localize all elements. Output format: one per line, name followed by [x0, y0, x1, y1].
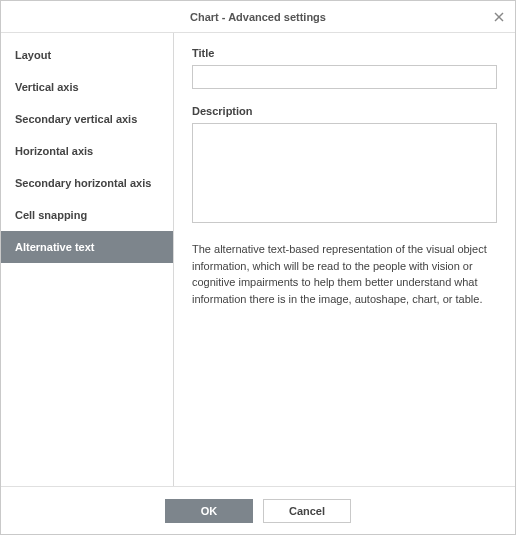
sidebar-item-label: Cell snapping: [15, 209, 87, 221]
sidebar-item-label: Horizontal axis: [15, 145, 93, 157]
close-icon[interactable]: [491, 9, 507, 25]
title-input[interactable]: [192, 65, 497, 89]
ok-button[interactable]: OK: [165, 499, 253, 523]
title-label: Title: [192, 47, 497, 59]
dialog-title: Chart - Advanced settings: [190, 11, 326, 23]
sidebar-item-cell-snapping[interactable]: Cell snapping: [1, 199, 173, 231]
sidebar-item-alternative-text[interactable]: Alternative text: [1, 231, 173, 263]
dialog-body: Layout Vertical axis Secondary vertical …: [1, 33, 515, 486]
description-label: Description: [192, 105, 497, 117]
sidebar-item-label: Vertical axis: [15, 81, 79, 93]
dialog-footer: OK Cancel: [1, 486, 515, 534]
sidebar-item-secondary-vertical-axis[interactable]: Secondary vertical axis: [1, 103, 173, 135]
sidebar-item-layout[interactable]: Layout: [1, 39, 173, 71]
sidebar: Layout Vertical axis Secondary vertical …: [1, 33, 174, 486]
sidebar-item-label: Alternative text: [15, 241, 94, 253]
sidebar-item-label: Secondary vertical axis: [15, 113, 137, 125]
content-panel: Title Description The alternative text-b…: [174, 33, 515, 486]
titlebar: Chart - Advanced settings: [1, 1, 515, 33]
sidebar-item-vertical-axis[interactable]: Vertical axis: [1, 71, 173, 103]
sidebar-item-label: Secondary horizontal axis: [15, 177, 151, 189]
advanced-settings-dialog: Chart - Advanced settings Layout Vertica…: [0, 0, 516, 535]
description-input[interactable]: [192, 123, 497, 223]
sidebar-item-horizontal-axis[interactable]: Horizontal axis: [1, 135, 173, 167]
description-field-block: Description: [192, 105, 497, 225]
sidebar-item-secondary-horizontal-axis[interactable]: Secondary horizontal axis: [1, 167, 173, 199]
cancel-button[interactable]: Cancel: [263, 499, 351, 523]
help-text: The alternative text-based representatio…: [192, 241, 497, 307]
title-field-block: Title: [192, 47, 497, 89]
sidebar-item-label: Layout: [15, 49, 51, 61]
